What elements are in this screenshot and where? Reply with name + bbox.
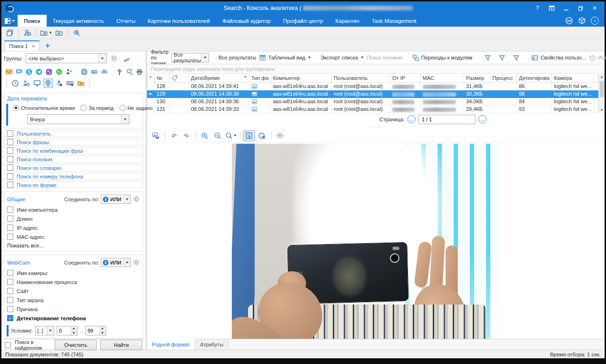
checkbox[interactable] bbox=[7, 207, 13, 213]
col-detected[interactable]: Детектирова bbox=[517, 74, 551, 82]
filter-phrase[interactable]: Поиск фразы bbox=[4, 138, 143, 146]
checkbox[interactable] bbox=[7, 139, 13, 145]
gear-icon[interactable] bbox=[133, 196, 140, 203]
info-icon[interactable]: i bbox=[591, 17, 599, 25]
tab-attributes[interactable]: Атрибуты bbox=[195, 339, 228, 350]
skype-icon[interactable] bbox=[25, 67, 33, 77]
user-properties-button[interactable]: Свойства пользо... bbox=[531, 54, 586, 61]
chevron-down-icon[interactable] bbox=[123, 195, 130, 203]
prev-page-button[interactable]: ← bbox=[407, 115, 416, 123]
zoom-level-button[interactable] bbox=[225, 130, 237, 141]
lync-icon[interactable] bbox=[65, 67, 73, 77]
checkbox[interactable] bbox=[7, 270, 13, 276]
chevron-down-icon[interactable] bbox=[47, 326, 54, 335]
condition-from-stepper[interactable] bbox=[57, 326, 78, 335]
checkbox[interactable] bbox=[7, 288, 13, 294]
usb-icon[interactable] bbox=[115, 67, 124, 77]
network-search-icon[interactable] bbox=[125, 67, 134, 77]
new-tab-button[interactable]: + bbox=[42, 40, 53, 51]
checkbox[interactable] bbox=[7, 173, 13, 179]
common-ip[interactable]: IP-адрес bbox=[7, 225, 140, 231]
radio-relative-time[interactable] bbox=[13, 105, 19, 111]
chevron-down-icon[interactable] bbox=[201, 53, 209, 62]
menu-item-user-cards[interactable]: Карточки пользователей bbox=[141, 15, 216, 27]
spin-down-icon[interactable] bbox=[99, 331, 106, 335]
play-video-button[interactable] bbox=[256, 130, 268, 141]
table-row-selected[interactable]: ▶ 129 08.06.2021 14:39:38 aas-w81x64ru.a… bbox=[147, 90, 598, 98]
checkbox[interactable] bbox=[7, 306, 13, 312]
col-camera[interactable]: Камера bbox=[552, 74, 594, 82]
chevron-down-icon[interactable] bbox=[98, 54, 106, 63]
tab-search-1[interactable]: Поиск 1 × bbox=[4, 40, 40, 51]
condition-to-input[interactable] bbox=[86, 326, 99, 335]
webcam-icon[interactable] bbox=[43, 79, 53, 88]
tab-close-icon[interactable]: × bbox=[32, 43, 35, 49]
all-results-button[interactable]: Все результаты bbox=[219, 55, 256, 60]
app-menu-button[interactable] bbox=[1, 15, 18, 27]
spin-up-icon[interactable] bbox=[99, 326, 106, 331]
table-scrollbar[interactable]: ▲ ▼ bbox=[598, 74, 605, 113]
message-history-button[interactable]: История переписки bbox=[589, 54, 606, 61]
filter-user[interactable]: Пользователь bbox=[4, 130, 143, 137]
viber-icon[interactable] bbox=[45, 67, 53, 77]
marker-column-header[interactable]: * bbox=[147, 74, 154, 82]
microphone-icon[interactable] bbox=[54, 79, 64, 88]
checkbox[interactable] bbox=[7, 225, 13, 231]
chevron-down-icon[interactable] bbox=[121, 115, 129, 124]
table-row[interactable]: 131 08.06.2021 14:39:33 aas-w81x64ru.aas… bbox=[147, 105, 598, 113]
condition-operator-select[interactable]: [..] bbox=[35, 326, 54, 335]
webcam-reason[interactable]: Причина bbox=[7, 306, 140, 312]
webcam-site[interactable]: Сайт bbox=[7, 288, 140, 294]
checkbox[interactable] bbox=[7, 279, 13, 285]
folder-upload-icon[interactable] bbox=[76, 79, 86, 88]
fit-to-window-button[interactable] bbox=[243, 130, 255, 141]
save-image-button[interactable] bbox=[150, 130, 162, 141]
clear-groups-button[interactable] bbox=[122, 54, 131, 63]
col-computer[interactable]: Компьютер bbox=[271, 74, 332, 82]
col-tag[interactable] bbox=[169, 74, 189, 82]
next-page-button[interactable]: → bbox=[478, 115, 487, 123]
horizontal-splitter[interactable]: ····· bbox=[147, 126, 605, 129]
search-by-id-button[interactable] bbox=[71, 28, 82, 38]
table-row[interactable]: 130 08.06.2021 14:39:36 aas-w81x64ru.aas… bbox=[147, 98, 598, 105]
radio-period[interactable] bbox=[80, 105, 87, 111]
condition-from-input[interactable] bbox=[57, 326, 70, 335]
radio-not-set[interactable] bbox=[119, 105, 126, 111]
spin-up-icon[interactable] bbox=[71, 326, 77, 331]
rotate-right-button[interactable] bbox=[181, 130, 193, 141]
search-similar-button[interactable]: Поиск похожих bbox=[367, 55, 403, 60]
filter-type-select[interactable]: Все результаты bbox=[171, 53, 209, 62]
col-process[interactable]: Процесс bbox=[490, 74, 517, 82]
export-query-button[interactable] bbox=[40, 28, 52, 38]
webcam-camera-name[interactable]: Имя камеры: bbox=[7, 270, 140, 276]
new-window-button[interactable] bbox=[4, 28, 16, 38]
zoom-in-button[interactable] bbox=[199, 130, 211, 141]
filter-clear-button[interactable] bbox=[496, 52, 507, 63]
user-search-button[interactable] bbox=[22, 28, 33, 38]
search-in-found-checkbox[interactable] bbox=[5, 342, 11, 348]
zoom-out-button[interactable] bbox=[212, 130, 224, 141]
checkbox[interactable] bbox=[7, 130, 13, 137]
menu-item-quarantine[interactable]: Карантин bbox=[329, 15, 366, 27]
show-all-link[interactable]: Показать все... bbox=[7, 243, 140, 248]
groups-settings-button[interactable] bbox=[109, 54, 119, 63]
help-button[interactable]: ? bbox=[531, 3, 544, 13]
checkbox[interactable] bbox=[7, 297, 13, 303]
im-icon[interactable] bbox=[15, 67, 23, 77]
ftp-icon[interactable] bbox=[90, 67, 99, 77]
checkbox[interactable] bbox=[7, 165, 13, 171]
filter-phone-number[interactable]: Поиск по номеру телефона bbox=[4, 173, 143, 180]
keyboard-icon[interactable] bbox=[65, 79, 75, 88]
common-mac[interactable]: MAC-адрес bbox=[7, 234, 140, 240]
go-to-modules-button[interactable]: Переходы к модулям bbox=[412, 54, 473, 61]
table-row[interactable]: 128 08.06.2021 14:39:41 aas-w81x64ru.aas… bbox=[147, 82, 598, 90]
col-mac[interactable]: MAC bbox=[420, 74, 464, 82]
filter-similar[interactable]: Поиск похожих bbox=[4, 156, 143, 163]
col-from-ip[interactable]: От IP bbox=[390, 74, 421, 82]
chevron-down-icon[interactable] bbox=[123, 258, 130, 266]
col-filetype[interactable]: Тип фа bbox=[249, 74, 271, 82]
table-view-button[interactable]: Табличный вид bbox=[259, 54, 311, 61]
col-datetime[interactable]: Дата\Время ▼ bbox=[189, 74, 249, 82]
view-button[interactable] bbox=[274, 130, 286, 141]
api-icon[interactable] bbox=[565, 17, 573, 25]
